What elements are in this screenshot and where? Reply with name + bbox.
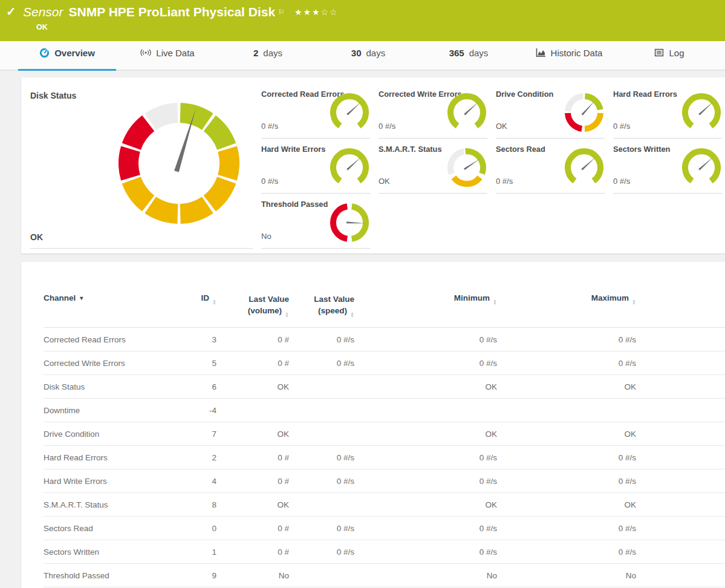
table-row[interactable]: Hard Write Errors40 #0 #/s0 #/s0 #/s: [44, 469, 725, 493]
flag-icon[interactable]: ⚐: [278, 4, 285, 20]
gauge-value: 0 #/s: [379, 122, 395, 131]
tab-live-data[interactable]: Live Data: [117, 41, 218, 70]
channel-name-cell[interactable]: Sectors Read: [44, 517, 189, 540]
channel-name-cell[interactable]: Hard Write Errors: [44, 469, 189, 493]
filler-cell: [636, 351, 725, 375]
gauge-value: 0 #/s: [613, 122, 630, 131]
value-cell: No: [497, 564, 636, 587]
table-row[interactable]: Disk Status6OKOKOK: [44, 375, 725, 399]
mini-gauge-panel[interactable]: Sectors Written0 #/s: [613, 139, 722, 194]
sensor-title: SensorSNMP HPE ProLiant Physical Disk⚐★★…: [0, 0, 725, 20]
tab-30-days[interactable]: 30 days: [318, 41, 418, 70]
channel-name-cell[interactable]: Corrected Read Errors: [44, 328, 189, 351]
mini-gauge-panel[interactable]: Corrected Write Errors0 #/s: [379, 83, 487, 139]
filler-cell: [636, 564, 725, 587]
table-row[interactable]: Hard Read Errors20 #0 #/s0 #/s0 #/s: [44, 446, 725, 469]
channel-name-cell[interactable]: Downtime: [44, 399, 189, 422]
table-row[interactable]: Downtime-4: [44, 399, 725, 422]
table-header-row: Channel▾ ID▲▼ Last Value(volume)▲▼ Last …: [44, 293, 725, 328]
value-cell: 0 #/s: [497, 469, 636, 493]
tab-log[interactable]: Log: [619, 41, 720, 70]
table-row[interactable]: Sectors Written10 #0 #/s0 #/s0 #/s: [44, 540, 725, 564]
tab-365-days[interactable]: 365 days: [418, 41, 519, 70]
value-cell: 0 #: [216, 540, 289, 564]
gauge-label: Disk Status: [30, 83, 253, 100]
mini-gauge-panel[interactable]: Threshold PassedNo: [261, 194, 370, 249]
channel-filter-caret-icon: ▾: [80, 295, 83, 301]
disk-status-gauge-panel[interactable]: Disk Status OK: [30, 83, 253, 249]
tab-2-days[interactable]: 2 days: [218, 41, 318, 70]
column-header-last-value-speed[interactable]: Last Value(speed)▲▼: [289, 293, 354, 328]
channel-name-cell[interactable]: Disk Status: [44, 375, 189, 399]
channel-name-cell[interactable]: Hard Read Errors: [44, 446, 189, 469]
column-label: (volume): [248, 306, 282, 315]
gauge-dial: [682, 148, 721, 187]
value-cell: 0 #: [216, 517, 289, 540]
mini-gauge-panel[interactable]: Drive ConditionOK: [496, 83, 605, 139]
gauge-value: 0 #/s: [261, 122, 278, 131]
value-cell: -4: [189, 399, 216, 422]
gauge-value: 0 #/s: [613, 177, 630, 186]
filler-cell: [636, 517, 725, 540]
value-cell: OK: [216, 375, 289, 399]
value-cell: 7: [189, 422, 216, 446]
table-row[interactable]: Corrected Write Errors50 #0 #/s0 #/s0 #/…: [44, 351, 725, 375]
value-cell: 0 #/s: [289, 517, 354, 540]
sort-icon: ▲▼: [632, 299, 636, 305]
column-label: (speed): [318, 306, 347, 315]
column-label: Last Value: [249, 293, 289, 305]
value-cell: [216, 399, 289, 422]
column-label: Channel: [44, 293, 76, 302]
priority-stars[interactable]: ★★★☆☆: [294, 7, 339, 17]
table-row[interactable]: Sectors Read00 #0 #/s0 #/s0 #/s: [44, 517, 725, 540]
value-cell: OK: [497, 375, 636, 399]
gauge-dial: [447, 93, 486, 132]
value-cell: [289, 422, 354, 446]
filler-cell: [636, 469, 725, 493]
value-cell: 0 #/s: [497, 328, 636, 351]
value-cell: 6: [189, 375, 216, 399]
channel-name-cell[interactable]: Sectors Written: [44, 540, 189, 564]
gauge-value: OK: [30, 232, 43, 242]
table-row[interactable]: Corrected Read Errors30 #0 #/s0 #/s0 #/s: [44, 328, 725, 351]
filler-cell: [636, 540, 725, 564]
channels-panel: Channel▾ ID▲▼ Last Value(volume)▲▼ Last …: [21, 262, 725, 588]
column-label: Maximum: [591, 293, 629, 302]
channel-name-cell[interactable]: Threshold Passed: [44, 564, 189, 587]
column-header-maximum[interactable]: Maximum▲▼: [497, 293, 636, 328]
table-row[interactable]: Drive Condition7OKOKOK: [44, 422, 725, 446]
channel-name-cell[interactable]: S.M.A.R.T. Status: [44, 493, 189, 517]
tab-historic-data[interactable]: Historic Data: [519, 41, 619, 70]
mini-gauge-panel[interactable]: S.M.A.R.T. StatusOK: [379, 139, 487, 194]
gauge-value: OK: [379, 177, 390, 186]
gauge-dial: [565, 93, 603, 132]
sort-icon: ▲▼: [350, 312, 354, 318]
table-row[interactable]: Threshold Passed9NoNoNo: [44, 564, 725, 587]
mini-gauge-panel[interactable]: Sectors Read0 #/s: [496, 139, 605, 194]
column-header-last-value-volume[interactable]: Last Value(volume)▲▼: [216, 293, 289, 328]
gauge-value: No: [261, 232, 271, 241]
filler-cell: [636, 375, 725, 399]
column-header-channel[interactable]: Channel▾: [44, 293, 189, 328]
gauge-value: OK: [496, 122, 507, 131]
value-cell: 0 #/s: [497, 517, 636, 540]
column-header-id[interactable]: ID▲▼: [189, 293, 216, 328]
tab-overview[interactable]: Overview: [17, 41, 117, 70]
mini-gauge-panel[interactable]: Hard Read Errors0 #/s: [613, 83, 722, 139]
table-row[interactable]: S.M.A.R.T. Status8OKOKOK: [44, 493, 725, 517]
sensor-kind-label: Sensor: [23, 5, 63, 19]
gauge-dial: [447, 148, 486, 187]
sensor-status-text: OK: [0, 23, 725, 31]
value-cell: 0 #/s: [497, 540, 636, 564]
channel-name-cell[interactable]: Corrected Write Errors: [44, 351, 189, 375]
channel-name-cell[interactable]: Drive Condition: [44, 422, 189, 446]
value-cell: [289, 375, 354, 399]
column-header-minimum[interactable]: Minimum▲▼: [354, 293, 497, 328]
value-cell: 0: [189, 517, 216, 540]
mini-gauge-panel[interactable]: Hard Write Errors0 #/s: [261, 139, 370, 194]
value-cell: No: [354, 564, 497, 587]
tab-label: Historic Data: [551, 48, 603, 58]
mini-gauge-panel[interactable]: Corrected Read Errors0 #/s: [261, 83, 370, 139]
gauge-value: 0 #/s: [496, 177, 513, 186]
filler-cell: [636, 446, 725, 469]
